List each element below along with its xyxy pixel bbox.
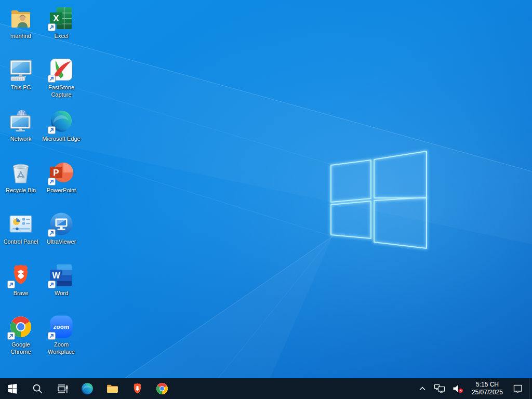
taskbar: 5:15 CH 25/07/2025 xyxy=(0,378,532,399)
svg-text:P: P xyxy=(53,168,59,178)
desktop-icon-label: Google Chrome xyxy=(1,341,41,355)
edge-icon xyxy=(49,109,74,134)
desktop-icon-powerpoint[interactable]: P PowerPoint xyxy=(41,157,82,209)
desktop-icon-excel[interactable]: X Excel xyxy=(41,3,82,55)
tray-overflow-button[interactable] xyxy=(415,378,430,399)
search-button[interactable] xyxy=(25,378,50,399)
desktop-icon-label: Word xyxy=(55,289,68,297)
faststone-capture-icon xyxy=(49,57,74,82)
windows-logo-wallpaper xyxy=(331,151,427,248)
taskbar-empty-area xyxy=(175,378,415,399)
desktop-icon-zoom[interactable]: zoom Zoom Workplace xyxy=(41,312,82,363)
chevron-up-icon xyxy=(418,385,427,392)
svg-text:X: X xyxy=(53,14,59,23)
tray-volume-button[interactable] xyxy=(449,378,468,399)
this-pc-icon xyxy=(8,57,33,82)
desktop-icon-faststone[interactable]: FastStone Capture xyxy=(41,55,82,106)
show-desktop-button[interactable] xyxy=(529,378,532,399)
tray-date: 25/07/2025 xyxy=(472,389,503,396)
taskbar-chrome-button[interactable] xyxy=(150,378,175,399)
volume-muted-icon xyxy=(453,384,464,393)
desktop-icon-network[interactable]: Network xyxy=(1,106,41,157)
desktop-icon-label: Microsoft Edge xyxy=(42,135,80,142)
shortcut-arrow-overlay xyxy=(7,332,15,340)
desktop-icon-edge[interactable]: Microsoft Edge xyxy=(41,106,82,157)
desktop-icon-recycle-bin[interactable]: Recycle Bin xyxy=(1,157,41,209)
taskbar-edge-button[interactable] xyxy=(75,378,100,399)
chrome-icon xyxy=(8,314,33,339)
taskbar-clock[interactable]: 5:15 CH 25/07/2025 xyxy=(468,378,507,399)
desktop-icon-label: manhnd xyxy=(10,32,31,39)
shortcut-arrow-overlay xyxy=(48,281,56,288)
desktop[interactable]: manhnd This PC xyxy=(0,0,532,378)
desktop-icon-manhnd[interactable]: manhnd xyxy=(1,3,41,55)
brave-icon xyxy=(131,382,144,395)
word-icon: W xyxy=(49,263,74,288)
brave-icon xyxy=(8,263,33,288)
desktop-icon-label: FastStone Capture xyxy=(42,84,81,98)
recycle-bin-icon xyxy=(8,160,33,185)
svg-text:W: W xyxy=(52,271,60,280)
desktop-icon-label: Recycle Bin xyxy=(6,187,36,194)
tray-network-button[interactable] xyxy=(430,378,449,399)
desktop-icon-grid: manhnd This PC xyxy=(1,3,82,363)
desktop-icon-control-panel[interactable]: Control Panel xyxy=(1,209,41,260)
desktop-icon-ultraviewer[interactable]: UltraViewer xyxy=(41,209,82,260)
shortcut-arrow-overlay xyxy=(48,75,56,83)
shortcut-arrow-overlay xyxy=(48,229,56,237)
desktop-icon-label: Control Panel xyxy=(4,238,38,245)
desktop-icon-word[interactable]: W Word xyxy=(41,260,82,312)
shortcut-arrow-overlay xyxy=(7,281,15,288)
shortcut-arrow-overlay xyxy=(48,23,56,31)
taskbar-brave-button[interactable] xyxy=(125,378,150,399)
ultraviewer-icon xyxy=(49,211,74,236)
action-center-icon xyxy=(513,384,523,394)
task-view-button[interactable] xyxy=(50,378,75,399)
windows-desktop-screen: manhnd This PC xyxy=(0,0,532,399)
action-center-button[interactable] xyxy=(507,378,529,399)
shortcut-arrow-overlay xyxy=(48,178,56,185)
search-icon xyxy=(32,383,43,394)
desktop-icon-label: Brave xyxy=(14,289,29,297)
zoom-workplace-icon: zoom xyxy=(49,314,74,339)
task-view-icon xyxy=(57,383,69,395)
powerpoint-icon: P xyxy=(49,160,74,185)
taskbar-file-explorer-button[interactable] xyxy=(100,378,125,399)
desktop-icon-label: Network xyxy=(10,135,31,142)
network-status-icon xyxy=(434,384,445,393)
tray-time: 5:15 CH xyxy=(476,381,499,389)
desktop-icon-label: This PC xyxy=(10,84,31,91)
desktop-icon-label: Zoom Workplace xyxy=(42,341,81,355)
desktop-icon-label: UltraViewer xyxy=(47,238,76,245)
svg-text:zoom: zoom xyxy=(53,324,69,330)
file-explorer-icon xyxy=(106,382,119,395)
network-icon xyxy=(8,109,33,134)
desktop-icon-label: PowerPoint xyxy=(47,187,76,194)
start-button[interactable] xyxy=(0,378,25,399)
excel-icon: X xyxy=(49,6,74,31)
shortcut-arrow-overlay xyxy=(48,332,56,340)
desktop-icon-google-chrome[interactable]: Google Chrome xyxy=(1,312,41,363)
edge-icon xyxy=(81,382,94,395)
desktop-icon-this-pc[interactable]: This PC xyxy=(1,55,41,106)
user-folder-icon xyxy=(8,6,33,31)
system-tray: 5:15 CH 25/07/2025 xyxy=(415,378,532,399)
shortcut-arrow-overlay xyxy=(48,126,56,134)
desktop-icon-label: Excel xyxy=(55,32,69,39)
start-icon xyxy=(7,383,18,394)
control-panel-icon xyxy=(8,211,33,236)
desktop-icon-brave[interactable]: Brave xyxy=(1,260,41,312)
chrome-icon xyxy=(155,382,169,395)
